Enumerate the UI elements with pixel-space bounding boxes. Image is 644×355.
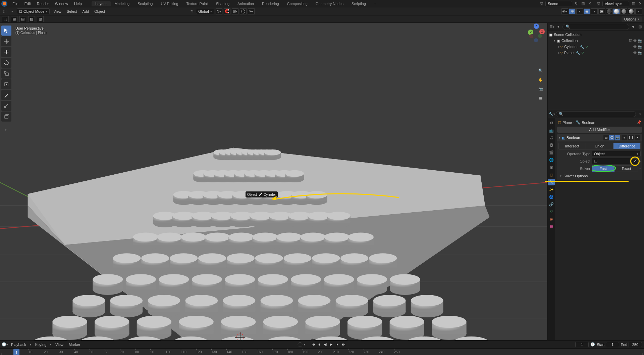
timeline-ruler[interactable]: 1 10203040506070809010011012013014015016… bbox=[0, 348, 644, 355]
tl-marker[interactable]: Marker bbox=[67, 343, 82, 347]
tree-row-plane[interactable]: ▸ ▽ Plane 🔧 ▽ 👁 📷 bbox=[549, 50, 643, 56]
disclosure-triangle-icon[interactable]: ▾ bbox=[559, 136, 560, 139]
mod-edit-mode-icon[interactable]: ▤ bbox=[603, 135, 609, 140]
mod-apply-icon[interactable]: ⋮⋮ bbox=[628, 135, 634, 140]
tree-row-scene-collection[interactable]: ▣ Scene Collection bbox=[549, 32, 643, 38]
properties-options-icon[interactable]: ▾ bbox=[637, 112, 643, 117]
select-box-tool[interactable] bbox=[1, 26, 11, 36]
current-frame-field[interactable]: 1 bbox=[575, 342, 589, 347]
solver-exact-button[interactable]: Exact bbox=[615, 165, 638, 172]
outliner-search-input[interactable]: 🔍 bbox=[562, 24, 629, 30]
scene-delete-icon[interactable]: ✕ bbox=[587, 1, 592, 6]
properties-search-input[interactable]: 🔍 bbox=[556, 111, 636, 117]
scale-tool[interactable] bbox=[1, 69, 11, 79]
prop-tab-output[interactable]: 🖨 bbox=[548, 134, 555, 141]
tab-scripting[interactable]: Scripting bbox=[347, 1, 370, 6]
menu-edit[interactable]: Edit bbox=[21, 2, 34, 6]
visibility-icon[interactable]: 👁▾ bbox=[561, 8, 568, 14]
perspective-toggle-icon[interactable]: ▦ bbox=[537, 94, 545, 102]
selmode-1-icon[interactable]: ⬚ bbox=[2, 16, 9, 22]
viewlayer-browse-icon[interactable]: ◱ bbox=[596, 1, 601, 6]
mod-realtime-icon[interactable]: 🖵 bbox=[609, 135, 614, 140]
overlays-toggle-icon[interactable]: ◉ bbox=[584, 8, 590, 14]
selmode-4-icon[interactable]: ▧ bbox=[28, 16, 35, 22]
play-icon[interactable]: ▶ bbox=[330, 342, 334, 347]
options-dropdown[interactable]: Options ▾ bbox=[622, 16, 642, 22]
tab-modeling[interactable]: Modeling bbox=[111, 1, 134, 6]
axis-x-icon[interactable]: X bbox=[539, 29, 545, 34]
viewlayer-name-field[interactable]: ViewLayer bbox=[602, 1, 629, 6]
scene-name-field[interactable]: Scene bbox=[545, 1, 572, 6]
editor-type-icon[interactable]: ⬚ bbox=[2, 9, 7, 14]
prop-tab-particles[interactable]: ✨ bbox=[548, 186, 555, 193]
hdr-select[interactable]: Select bbox=[65, 9, 79, 13]
jump-start-icon[interactable]: ⏮ bbox=[312, 342, 316, 347]
frame-snap-icon[interactable]: 🕐 bbox=[590, 342, 595, 347]
tab-texture[interactable]: Texture Paint bbox=[182, 1, 212, 6]
prop-tab-constraints[interactable]: 🔗 bbox=[548, 201, 555, 208]
prop-tab-collection[interactable]: ▣ bbox=[548, 164, 555, 171]
jump-end-icon[interactable]: ⏭ bbox=[342, 342, 346, 347]
transform-tool[interactable] bbox=[1, 79, 11, 89]
matprev-shade-icon[interactable] bbox=[621, 8, 627, 14]
tl-view[interactable]: View bbox=[54, 343, 65, 347]
timeline-scroll-left-icon[interactable]: ‹ bbox=[1, 352, 2, 355]
prop-tab-material[interactable]: ◉ bbox=[548, 216, 555, 222]
tl-playback[interactable]: Playback bbox=[9, 343, 28, 347]
axis-neg-x-icon[interactable] bbox=[529, 34, 533, 38]
mod-extras-icon[interactable]: ▾ bbox=[622, 135, 627, 140]
add-primitive-tool[interactable] bbox=[1, 112, 11, 122]
mod-render-icon[interactable]: 📷 bbox=[615, 135, 620, 140]
tab-geonodes[interactable]: Geometry Nodes bbox=[312, 1, 347, 6]
prop-tab-viewlayer[interactable]: 🖼 bbox=[548, 142, 555, 148]
axis-z-icon[interactable]: Z bbox=[534, 24, 539, 29]
outliner-new-collection-icon[interactable]: ▥ bbox=[637, 24, 643, 30]
camera-view-icon[interactable]: 📷 bbox=[537, 85, 545, 93]
tree-row-collection[interactable]: ▾ ▣ Collection ☑ 👁 📷 bbox=[549, 38, 643, 44]
pan-icon[interactable]: ✋ bbox=[537, 76, 545, 84]
visibility-eye-icon[interactable]: 👁 bbox=[633, 39, 637, 43]
tab-animation[interactable]: Animation bbox=[233, 1, 258, 6]
visibility-eye-icon[interactable]: 👁 bbox=[633, 45, 637, 49]
tree-row-cylinder[interactable]: ▸ ▽ Cylinder 🔧 ▽ 👁 📷 bbox=[549, 44, 643, 50]
op-difference-button[interactable]: Difference bbox=[613, 143, 641, 149]
visibility-eye-icon[interactable]: 👁 bbox=[633, 51, 637, 55]
axis-neg-y-icon[interactable] bbox=[538, 34, 542, 38]
timeline-editor-icon[interactable]: 🕐▾ bbox=[2, 342, 7, 347]
outliner-filter-icon[interactable]: ▼ bbox=[631, 24, 636, 30]
timeline-scroll-right-icon[interactable]: › bbox=[642, 352, 643, 355]
prop-tab-data[interactable]: ▽ bbox=[548, 208, 555, 215]
tab-layout[interactable]: Layout bbox=[92, 1, 111, 6]
disclosure-triangle-icon[interactable]: ▾ bbox=[554, 39, 555, 42]
shading-options-icon[interactable]: ▾ bbox=[635, 8, 642, 14]
prop-tab-modifiers[interactable]: 🔧 bbox=[548, 179, 555, 185]
render-camera-icon[interactable]: 📷 bbox=[638, 39, 643, 43]
menu-window[interactable]: Window bbox=[52, 2, 71, 6]
gizmo-options-icon[interactable]: ▾ bbox=[576, 8, 583, 14]
add-modifier-button[interactable]: + Add Modifier bbox=[557, 127, 642, 133]
pivot-icon[interactable]: ⊙ ▾ bbox=[216, 8, 222, 14]
rendered-shade-icon[interactable] bbox=[628, 8, 635, 14]
menu-render[interactable]: Render bbox=[34, 2, 52, 6]
proportional-falloff-icon[interactable]: ∿▾ bbox=[248, 8, 255, 14]
outliner-display-mode-icon[interactable]: ▾ bbox=[556, 24, 561, 30]
checkbox-icon[interactable]: ☑ bbox=[629, 39, 632, 43]
wireframe-shade-icon[interactable] bbox=[606, 8, 612, 14]
keyframe-dot-icon[interactable]: • bbox=[639, 167, 641, 171]
prev-keyframe-icon[interactable]: ⏴ bbox=[318, 342, 322, 347]
overlays-options-icon[interactable]: ▾ bbox=[591, 8, 598, 14]
tab-sculpting[interactable]: Sculpting bbox=[133, 1, 157, 6]
breadcrumb-object-label[interactable]: Plane bbox=[562, 121, 572, 125]
prop-tab-scene[interactable]: 🎬 bbox=[548, 149, 555, 156]
prop-tab-render[interactable]: 📺 bbox=[548, 127, 555, 134]
object-picker-field[interactable]: ▢ bbox=[592, 158, 631, 164]
pin-icon[interactable]: 📌 bbox=[637, 120, 641, 125]
mod-delete-icon[interactable]: ✕ bbox=[635, 135, 640, 140]
render-camera-icon[interactable]: 📷 bbox=[638, 45, 643, 49]
axis-neg-z-icon[interactable] bbox=[534, 38, 538, 42]
keyframe-dot-icon[interactable]: • bbox=[639, 159, 641, 163]
xray-toggle-icon[interactable]: ▣ bbox=[598, 8, 605, 14]
gizmo-toggle-icon[interactable]: ⊕ bbox=[569, 8, 576, 14]
outliner-editor-icon[interactable]: ☰▾ bbox=[549, 24, 554, 30]
tl-keying[interactable]: Keying bbox=[34, 343, 48, 347]
